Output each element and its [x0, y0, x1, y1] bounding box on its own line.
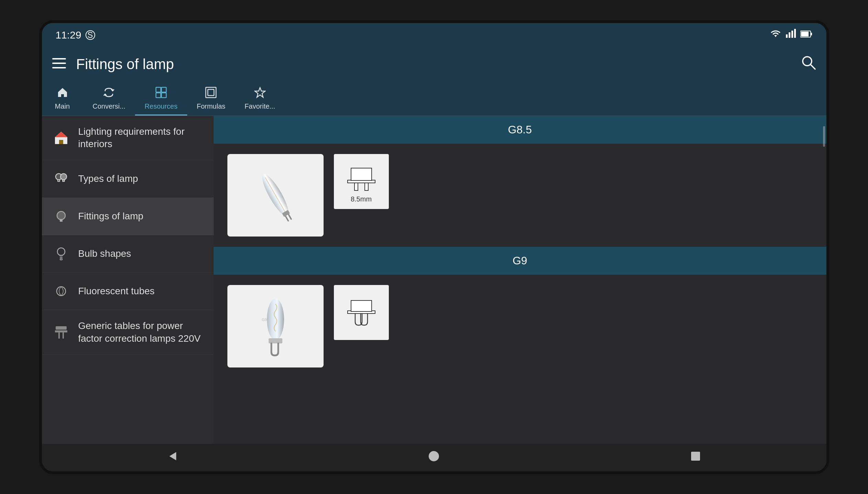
svg-rect-16 — [161, 93, 166, 98]
svg-rect-38 — [56, 326, 67, 330]
svg-point-25 — [60, 174, 67, 180]
tab-favorites[interactable]: Favorite... — [235, 81, 285, 116]
home-button[interactable] — [424, 447, 444, 468]
svg-point-30 — [57, 248, 65, 255]
sidebar-item-fittings-label: Fittings of lamp — [78, 210, 144, 222]
svg-rect-4 — [794, 29, 796, 38]
lamp-diagram-g8.5: 8.5mm — [334, 154, 389, 209]
conversi-tab-icon — [103, 87, 115, 101]
svg-point-54 — [429, 451, 439, 461]
svg-rect-22 — [59, 140, 63, 144]
fittings-of-lamp-icon — [52, 207, 70, 225]
tab-conversi[interactable]: Conversi... — [83, 81, 135, 116]
status-time: 11:29 S — [56, 29, 95, 41]
tablet-frame: 11:29 S — [39, 20, 829, 474]
sidebar-item-bulb-shapes[interactable]: Bulb shapes — [42, 235, 214, 273]
section-header-g8.5: G8.5 — [214, 116, 826, 144]
sidebar-item-generic-tables[interactable]: Generic tables for power factor correcti… — [42, 310, 214, 355]
sidebar-item-generic-tables-label: Generic tables for power factor correcti… — [78, 320, 203, 345]
wifi-icon — [769, 29, 782, 41]
svg-rect-6 — [811, 33, 812, 35]
home-icon — [428, 450, 440, 464]
sidebar-item-fluorescent-tubes[interactable]: Fluorescent tubes — [42, 273, 214, 310]
svg-rect-24 — [58, 180, 60, 182]
search-icon[interactable] — [801, 55, 816, 73]
recents-icon — [690, 451, 701, 464]
toolbar: Fittings of lamp — [42, 47, 826, 81]
svg-line-12 — [810, 64, 815, 69]
svg-rect-14 — [161, 87, 166, 92]
favorites-tab-icon — [254, 87, 266, 101]
svg-rect-28 — [60, 219, 61, 222]
lighting-req-icon — [52, 129, 70, 147]
scrollbar[interactable] — [823, 126, 825, 147]
svg-rect-35 — [55, 330, 67, 332]
battery-icon — [800, 30, 813, 40]
sidebar-item-fluorescent-label: Fluorescent tubes — [78, 285, 155, 297]
svg-rect-46 — [354, 183, 358, 190]
menu-icon[interactable] — [52, 57, 66, 72]
svg-line-40 — [265, 177, 286, 213]
svg-marker-0 — [774, 35, 777, 37]
tab-conversi-label: Conversi... — [93, 102, 126, 110]
signal-icon — [786, 29, 796, 41]
lamp-section-g8.5: 8.5mm — [214, 144, 826, 247]
resources-tab-icon — [155, 87, 167, 101]
svg-rect-29 — [61, 219, 63, 222]
svg-rect-3 — [791, 31, 793, 38]
recents-button[interactable] — [685, 447, 706, 468]
tab-formulas[interactable]: Formulas — [187, 81, 235, 116]
lamp-photo-g9: G9 — [227, 285, 324, 367]
sidebar-item-types-of-lamp[interactable]: Types of lamp — [42, 160, 214, 198]
svg-rect-55 — [691, 452, 700, 461]
sidebar-item-lighting-label: Lighting requirements for interiors — [78, 125, 203, 151]
svg-rect-49 — [269, 338, 282, 343]
svg-text:G9: G9 — [262, 318, 267, 322]
svg-rect-2 — [789, 32, 790, 38]
section-header-g9: G9 — [214, 247, 826, 275]
nav-tabs: Main Conversi... — [42, 81, 826, 116]
svg-marker-21 — [55, 132, 67, 137]
tab-resources[interactable]: Resources — [135, 81, 187, 116]
back-icon — [167, 450, 178, 464]
svg-point-48 — [267, 299, 284, 340]
types-of-lamp-icon — [52, 170, 70, 188]
lamp-photo-g8.5 — [227, 154, 324, 237]
svg-rect-26 — [63, 180, 65, 182]
svg-point-27 — [57, 211, 65, 220]
lamp-section-g9: G9 — [214, 275, 826, 378]
main-tab-icon — [57, 87, 68, 101]
tab-main[interactable]: Main — [42, 81, 83, 116]
status-bar: 11:29 S — [42, 23, 826, 47]
lamp-diagram-g9 — [334, 285, 389, 340]
formulas-tab-icon — [205, 87, 217, 101]
tab-main-label: Main — [55, 102, 70, 110]
sidebar-item-types-label: Types of lamp — [78, 173, 138, 185]
sidebar-item-fittings-of-lamp[interactable]: Fittings of lamp — [42, 198, 214, 235]
tab-formulas-label: Formulas — [197, 102, 225, 110]
sidebar-item-lighting-req[interactable]: Lighting requirements for interiors — [42, 116, 214, 161]
content-area: G8.5 — [214, 116, 826, 444]
svg-point-34 — [57, 287, 66, 296]
svg-rect-45 — [351, 168, 372, 180]
svg-rect-10 — [52, 67, 66, 68]
svg-rect-13 — [156, 87, 161, 92]
svg-rect-17 — [206, 87, 216, 98]
svg-marker-53 — [169, 452, 176, 460]
fluorescent-tubes-icon — [52, 282, 70, 300]
main-area: Lighting requirements for interiors Type… — [42, 116, 826, 444]
generic-tables-icon — [52, 323, 70, 341]
svg-rect-8 — [52, 58, 66, 59]
bottom-nav — [42, 444, 826, 471]
svg-rect-1 — [786, 34, 788, 38]
svg-marker-19 — [255, 88, 265, 97]
back-button[interactable] — [162, 447, 183, 468]
sidebar: Lighting requirements for interiors Type… — [42, 116, 214, 444]
time-display: 11:29 — [56, 29, 81, 41]
svg-rect-33 — [60, 259, 62, 260]
svg-rect-15 — [156, 93, 161, 98]
svg-rect-18 — [208, 89, 214, 96]
svg-rect-9 — [52, 63, 66, 64]
lamp-diagram-label-g8.5: 8.5mm — [351, 195, 372, 203]
svg-rect-37 — [63, 332, 64, 339]
